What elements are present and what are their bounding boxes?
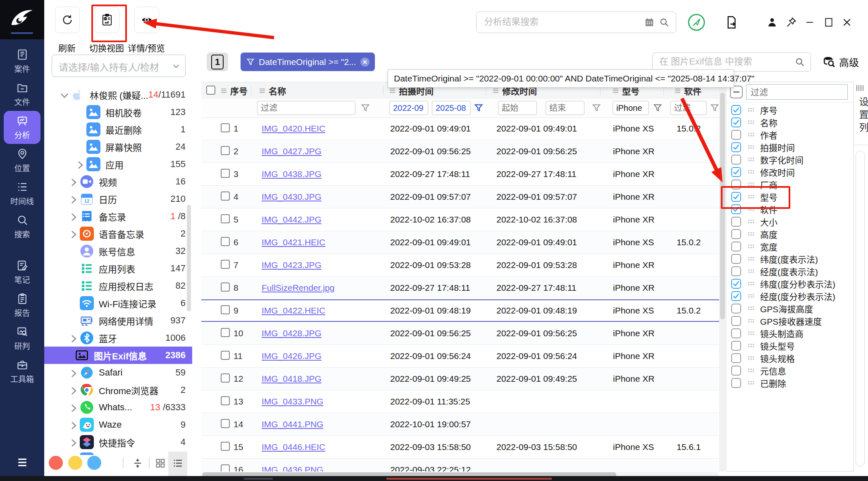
file-link[interactable]: IMG_0442.JPG [262,215,322,224]
switch-view-button[interactable] [95,7,119,33]
column-toggle-厂商[interactable]: 厂商 [726,178,854,191]
chevron-right-icon[interactable] [68,438,79,447]
tree-item-Whats...[interactable]: Whats...13 /6333 [44,399,192,416]
column-toggle-软件[interactable]: 软件 [726,203,854,215]
column-toggle-镜头制造商[interactable]: 镜头制造商 [726,327,854,340]
row-checkbox[interactable] [221,351,230,360]
send-report-icon[interactable] [687,13,706,31]
unchecked-checkbox[interactable] [731,304,741,313]
column-toggle-镜头规格[interactable]: 镜头规格 [726,352,854,364]
unchecked-checkbox[interactable] [731,155,741,165]
sidebar-item-文件[interactable]: 文件 [0,78,44,111]
global-search-input[interactable] [483,14,638,29]
filter-chip-close-icon[interactable] [360,57,370,67]
red-filter-dot[interactable] [49,456,63,470]
table-row-7[interactable]: 7IMG_0423.JPG2022-09-01 09:53:282022-09-… [201,254,719,277]
drag-handle-icon[interactable] [748,244,754,249]
minimize-button[interactable] [801,13,819,31]
checked-checkbox[interactable] [731,279,741,289]
drag-handle-icon[interactable] [748,170,754,175]
modified-to-input[interactable] [546,101,584,115]
column-toggle-名称[interactable]: 名称 [726,116,854,129]
table-vertical-scrollbar[interactable] [719,82,725,471]
tree-item-视频[interactable]: 视频16 [44,173,192,190]
row-checkbox[interactable] [221,169,230,178]
unchecked-checkbox[interactable] [731,217,741,227]
tree-item-应用授权日志[interactable]: 应用授权日志82 [44,277,192,294]
column-toggle-高度[interactable]: 高度 [726,228,854,240]
calendar-icon[interactable] [644,17,654,27]
table-row-13[interactable]: 13IMG_0433.PNG2022-09-01 11:35:25 [201,390,719,413]
row-checkbox[interactable] [221,146,230,155]
file-link[interactable]: IMG_0422.HEIC [262,306,325,315]
unchecked-checkbox[interactable] [731,229,741,239]
tree-item-账号信息[interactable]: 账号信息32 [44,242,192,260]
sidebar-item-分析[interactable]: 分析 [4,111,41,144]
drag-handle-icon[interactable] [748,256,754,261]
yellow-filter-dot[interactable] [68,456,82,470]
drag-handle-icon[interactable] [748,368,754,373]
drag-handle-icon[interactable] [748,380,754,385]
sidebar-item-笔记[interactable]: 笔记 [0,256,44,289]
table-row-5[interactable]: 5IMG_0442.JPG2022-10-02 16:37:082022-10-… [201,208,719,231]
result-tab-1[interactable]: 1 [207,53,228,71]
file-link[interactable]: FullSizeRender.jpg [262,283,334,292]
unchecked-checkbox[interactable] [731,179,741,189]
unchecked-checkbox[interactable] [731,316,741,326]
file-link[interactable]: IMG_0426.JPG [262,351,322,361]
pin-icon[interactable] [782,13,800,31]
model-filter-input[interactable] [613,101,649,115]
checked-checkbox[interactable] [731,192,741,202]
shoot-to-input[interactable] [432,101,471,115]
row-checkbox[interactable] [221,305,230,314]
sidebar-item-案件[interactable]: 案件 [0,45,44,78]
shoot-funnel-icon-active[interactable] [474,103,483,112]
file-link[interactable]: IMG_0421.HEIC [262,237,325,247]
drag-handle-icon[interactable] [748,232,754,237]
grid-view-icon[interactable] [155,457,166,469]
chevron-right-icon[interactable] [68,403,79,412]
unchecked-checkbox[interactable] [731,328,741,338]
row-checkbox[interactable] [221,464,230,472]
settings-columns-tab[interactable]: 设置列 [856,97,868,135]
drag-handle-icon[interactable] [748,294,754,299]
drag-handle-icon[interactable] [748,281,754,286]
unchecked-checkbox[interactable] [731,378,741,388]
checked-checkbox[interactable] [731,142,741,152]
name-filter-input[interactable] [257,101,355,115]
sidebar-item-时间线[interactable]: 时间线 [0,177,44,210]
drag-handle-icon[interactable] [748,343,754,348]
unchecked-checkbox[interactable] [731,353,741,363]
chevron-right-icon[interactable] [68,194,79,203]
file-link[interactable]: IMG_0441.PNG [262,419,323,429]
column-toggle-元信息[interactable]: 元信息 [726,364,854,377]
table-row-3[interactable]: 3IMG_0438.JPG2022-09-27 17:48:112022-09-… [201,163,719,186]
unchecked-checkbox[interactable] [731,341,741,351]
column-toggle-纬度(度表示法)[interactable]: 纬度(度表示法) [726,253,854,265]
file-link[interactable]: IMG_0418.JPG [262,374,322,383]
file-link[interactable]: IMG_0438.JPG [262,169,322,179]
close-button[interactable] [838,13,856,31]
column-toggle-镜头型号[interactable]: 镜头型号 [726,340,854,352]
advanced-search-button[interactable]: 高级 [823,55,859,69]
column-toggle-大小[interactable]: 大小 [726,215,854,228]
tree-item-Chrome浏览器[interactable]: Chrome浏览器2 [44,381,192,399]
search-icon[interactable] [659,17,669,27]
chevron-right-icon[interactable] [68,368,79,377]
sidebar-item-工具箱[interactable]: 工具箱 [0,355,44,388]
column-filter-input[interactable] [746,84,848,100]
row-checkbox[interactable] [221,260,230,269]
tree-item-相机胶卷[interactable]: 相机胶卷123 [44,103,192,121]
modified-from-input[interactable] [498,101,537,115]
checked-checkbox[interactable] [731,105,741,115]
refresh-button[interactable] [55,7,80,33]
collapse-all-icon[interactable] [132,457,143,469]
column-toggle-已删除[interactable]: 已删除 [726,377,854,389]
table-row-11[interactable]: 11IMG_0426.JPG2022-09-01 09:56:242022-09… [201,345,719,368]
row-checkbox[interactable] [221,214,230,223]
tree-item-Safari[interactable]: Safari59 [44,364,192,381]
drag-handle-icon[interactable] [748,108,754,112]
drag-handle-icon[interactable] [748,132,754,137]
row-checkbox[interactable] [221,282,230,292]
table-row-9[interactable]: 9IMG_0422.HEIC2022-09-01 09:48:192022-09… [201,299,719,322]
